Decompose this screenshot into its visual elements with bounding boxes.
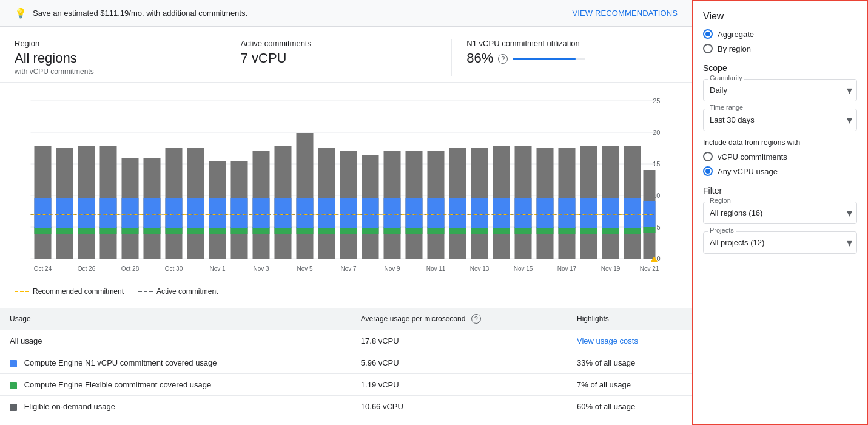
stats-row: Region All regions with vCPU commitments… (0, 27, 692, 83)
scope-title: Scope (703, 63, 857, 73)
svg-rect-48 (297, 133, 314, 259)
svg-rect-17 (56, 198, 73, 228)
svg-rect-41 (231, 198, 248, 228)
projects-field: Projects All projects (12) ▾ (703, 231, 857, 254)
legend-recommended: Recommended commitment (15, 287, 124, 296)
svg-rect-32 (166, 198, 183, 228)
table-row: Eligible on-demand usage 10.66 vCPU 60% … (0, 396, 692, 418)
stat-region-label: Region (15, 39, 206, 48)
svg-text:Nov 17: Nov 17 (557, 265, 577, 272)
svg-rect-97 (644, 227, 656, 233)
svg-rect-89 (580, 198, 597, 228)
vcpu-commitments-circle (703, 152, 713, 162)
any-vcpu-option[interactable]: Any vCPU usage (703, 166, 857, 176)
gray-dot (10, 404, 17, 411)
any-vcpu-inner (705, 169, 710, 174)
svg-rect-23 (100, 198, 117, 228)
svg-rect-92 (602, 198, 619, 228)
lightbulb-icon: 💡 (15, 7, 27, 19)
row0-highlight: View usage costs (567, 330, 692, 352)
granularity-select[interactable]: Daily (703, 79, 857, 101)
row1-usage: Compute Engine N1 vCPU commitment covere… (0, 352, 351, 374)
svg-rect-26 (122, 198, 139, 228)
avg-help-icon[interactable]: ? (471, 314, 481, 324)
stat-commitments-label: Active commitments (241, 39, 432, 48)
main-content: 💡 Save an estimated $111.19/mo. with add… (0, 0, 692, 425)
projects-select[interactable]: All projects (12) (703, 231, 857, 254)
row3-avg: 10.66 vCPU (351, 396, 567, 418)
row1-avg: 5.96 vCPU (351, 352, 567, 374)
svg-rect-74 (471, 198, 488, 228)
vcpu-commitments-label: vCPU commitments (718, 152, 787, 162)
svg-rect-20 (78, 198, 95, 228)
chart-container: 25 20 15 10 5 0 (15, 92, 678, 282)
stat-util-value: 86% (466, 50, 493, 66)
svg-rect-65 (406, 198, 423, 228)
svg-rect-14 (35, 198, 52, 228)
aggregate-radio-inner (705, 32, 710, 36)
row0-usage: All usage (0, 330, 351, 352)
time-range-field: Time range Last 30 days ▾ (703, 109, 857, 131)
legend-recommended-line (15, 291, 29, 292)
granularity-wrapper: Granularity Daily ▾ (703, 79, 857, 101)
svg-text:Nov 3: Nov 3 (253, 265, 269, 272)
col-avg: Average usage per microsecond ? (351, 308, 567, 330)
row2-avg: 1.19 vCPU (351, 374, 567, 396)
chart-area: 25 20 15 10 5 0 (0, 83, 692, 282)
stat-util-label: N1 vCPU commitment utilization (466, 39, 658, 48)
region-label: Region (708, 197, 733, 204)
svg-text:Nov 1: Nov 1 (209, 265, 226, 272)
granularity-label: Granularity (708, 74, 744, 81)
legend-active-line (138, 291, 153, 292)
svg-text:Oct 28: Oct 28 (121, 265, 140, 272)
view-aggregate-option[interactable]: Aggregate (703, 29, 857, 39)
row0-avg: 17.8 vCPU (351, 330, 567, 352)
col-usage: Usage (0, 308, 351, 330)
row1-highlight: 33% of all usage (567, 352, 692, 374)
include-radio-group: vCPU commitments Any vCPU usage (703, 152, 857, 176)
stat-region-value: All regions (15, 50, 206, 66)
any-vcpu-label: Any vCPU usage (718, 167, 778, 176)
svg-rect-35 (187, 198, 204, 228)
view-recommendations-link[interactable]: VIEW RECOMMENDATIONS (572, 8, 678, 18)
table-header-row: Usage Average usage per microsecond ? Hi… (0, 308, 692, 330)
svg-rect-77 (493, 198, 510, 228)
time-range-select[interactable]: Last 30 days (703, 109, 857, 131)
projects-filter-wrapper: Projects All projects (12) ▾ (703, 231, 857, 254)
banner-left: 💡 Save an estimated $111.19/mo. with add… (15, 7, 247, 19)
svg-text:Nov 7: Nov 7 (340, 265, 357, 272)
help-icon[interactable]: ? (498, 54, 508, 64)
svg-text:Oct 30: Oct 30 (165, 265, 183, 272)
green-dot (10, 382, 17, 389)
view-usage-costs-link[interactable]: View usage costs (577, 336, 638, 345)
row2-usage: Compute Engine Flexible commitment cover… (0, 374, 351, 396)
svg-text:Nov 19: Nov 19 (601, 265, 621, 272)
byregion-radio-circle (703, 44, 713, 53)
svg-rect-59 (362, 198, 379, 228)
time-range-label: Time range (708, 104, 745, 111)
aggregate-radio-circle (703, 29, 713, 39)
stat-region: Region All regions with vCPU commitments (15, 39, 226, 76)
svg-rect-50 (297, 198, 314, 228)
table-row: Compute Engine Flexible commitment cover… (0, 374, 692, 396)
vcpu-commitments-option[interactable]: vCPU commitments (703, 152, 857, 162)
panel-title: View (703, 11, 857, 22)
stat-commitments: Active commitments 7 vCPU (226, 39, 452, 76)
chart-legend: Recommended commitment Active commitment (0, 282, 692, 303)
stat-region-sub: with vCPU commitments (15, 67, 206, 76)
svg-rect-80 (515, 198, 532, 228)
right-panel: View Aggregate By region Scope Granulari… (692, 0, 868, 425)
col-highlights: Highlights (567, 308, 692, 330)
view-byregion-option[interactable]: By region (703, 44, 857, 53)
svg-text:Oct 26: Oct 26 (78, 265, 96, 272)
aggregate-label: Aggregate (718, 30, 754, 39)
util-bar (513, 58, 585, 60)
blue-dot (10, 360, 17, 367)
svg-text:Nov 15: Nov 15 (514, 265, 533, 272)
svg-rect-71 (449, 198, 466, 228)
svg-text:Nov 13: Nov 13 (470, 265, 490, 272)
region-select[interactable]: All regions (16) (703, 202, 857, 224)
stat-utilization: N1 vCPU commitment utilization 86% ? (451, 39, 678, 76)
region-field: Region All regions (16) ▾ (703, 202, 857, 224)
byregion-label: By region (718, 44, 751, 53)
